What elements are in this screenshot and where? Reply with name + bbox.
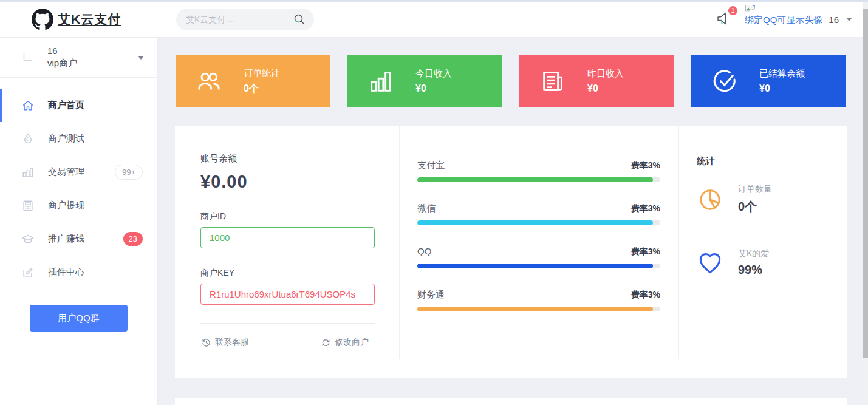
profile-id: 16 [47, 46, 77, 56]
sidebar-item-label: 插件中心 [48, 267, 84, 278]
progress-track [417, 177, 660, 182]
history-clock-icon [202, 338, 211, 347]
heart-icon [697, 250, 723, 276]
users-icon [195, 67, 223, 95]
card-value: ¥0 [587, 83, 624, 94]
notification-badge: 1 [727, 5, 739, 16]
divider [200, 323, 375, 324]
divider [697, 231, 829, 231]
broken-avatar-icon [21, 50, 36, 66]
main-content: 订单统计 0个 今日收入 ¥0 昨日收入 ¥0 [158, 38, 868, 405]
card-value: ¥0 [759, 83, 805, 94]
progress-track [417, 264, 660, 268]
stats-column: 统计 订单数量 0个 艾K的爱 99% [678, 126, 847, 277]
edit-square-icon [21, 266, 35, 279]
search-input[interactable] [186, 15, 283, 24]
bar-chart-icon [21, 166, 35, 179]
card-value: 0个 [244, 83, 280, 95]
account-column: 账号余额 ¥0.00 商户ID 商户KEY 联系客服 修改商户 [175, 126, 399, 348]
sidebar-item-merchant-test[interactable]: 商户测试 [0, 122, 157, 155]
search-bar[interactable] [176, 9, 314, 30]
droplet-icon [21, 132, 35, 146]
graduation-cap-icon [21, 233, 35, 246]
trade-count-badge: 99+ [115, 165, 143, 180]
header: 艾K云支付 1 绑定QQ可显示头像 16 [0, 2, 868, 38]
sidebar: 16 vip商户 商户首页 商户测试 交易管理 99+ [0, 38, 158, 405]
avatar[interactable]: 绑定QQ可显示头像 [745, 4, 822, 26]
card-title: 已结算余额 [759, 68, 805, 80]
user-qq-group-button[interactable]: 用户QQ群 [30, 305, 128, 332]
chevron-down-icon[interactable] [846, 18, 852, 21]
sidebar-item-label: 商户提现 [48, 200, 84, 211]
search-icon[interactable] [292, 12, 307, 27]
stat-love: 艾K的爱 99% [697, 248, 829, 277]
sidebar-item-trade-manage[interactable]: 交易管理 99+ [0, 155, 157, 189]
modify-merchant-link[interactable]: 修改商户 [321, 337, 369, 348]
card-order-stats[interactable]: 订单统计 0个 [176, 55, 330, 107]
merchant-id-field[interactable] [200, 227, 375, 248]
scrollbar-thumb[interactable] [863, 9, 868, 358]
sidebar-profile[interactable]: 16 vip商户 [0, 38, 157, 78]
github-octocat-icon [32, 9, 53, 30]
sidebar-item-merchant-home[interactable]: 商户首页 [0, 89, 157, 122]
newspaper-icon [539, 67, 567, 95]
sidebar-item-promote[interactable]: 推广赚钱 23 [0, 222, 157, 256]
card-today-income[interactable]: 今日收入 ¥0 [347, 55, 502, 107]
rate-alipay: 支付宝 费率3% [417, 160, 660, 182]
contact-support-link[interactable]: 联系客服 [202, 337, 249, 348]
avatar-alt-text: 绑定QQ可显示头像 [745, 15, 822, 26]
broken-image-icon [745, 4, 756, 15]
card-value: ¥0 [415, 83, 452, 94]
logo[interactable]: 艾K云支付 [0, 9, 158, 30]
card-yesterday-income[interactable]: 昨日收入 ¥0 [519, 55, 674, 107]
app-title: 艾K云支付 [58, 11, 121, 28]
stat-order-count: 订单数量 0个 [697, 184, 829, 215]
refresh-icon [321, 338, 330, 347]
balance-value: ¥0.00 [200, 172, 375, 192]
pie-chart-icon [697, 186, 723, 213]
card-title: 订单统计 [244, 67, 280, 79]
sidebar-menu: 商户首页 商户测试 交易管理 99+ 商户提现 推广赚钱 [0, 78, 157, 289]
stats-title: 统计 [697, 155, 829, 167]
rates-column: 支付宝 费率3% 微信 费率3% QQ 费率3% [399, 126, 678, 332]
progress-fill [417, 264, 653, 268]
profile-chevron-down-icon[interactable] [138, 56, 144, 60]
merchant-id-label: 商户ID [200, 211, 375, 222]
sidebar-item-label: 商户首页 [48, 100, 84, 111]
sidebar-item-plugin-center[interactable]: 插件中心 [0, 256, 157, 289]
active-indicator [0, 89, 2, 122]
rate-caiwutong: 财务通 费率3% [417, 289, 660, 311]
promote-count-badge: 23 [123, 232, 143, 246]
sidebar-item-label: 推广赚钱 [48, 233, 84, 245]
check-circle-icon [711, 67, 739, 95]
header-right: 1 绑定QQ可显示头像 16 [715, 2, 852, 37]
balance-label: 账号余额 [200, 153, 375, 165]
profile-role: vip商户 [47, 58, 77, 69]
progress-track [417, 307, 660, 311]
progress-fill [417, 220, 653, 225]
rate-qq: QQ 费率3% [417, 246, 660, 268]
merchant-key-field[interactable] [200, 284, 375, 305]
card-title: 今日收入 [415, 68, 452, 80]
card-settled-balance[interactable]: 已结算余额 ¥0 [691, 55, 846, 107]
progress-fill [417, 307, 653, 311]
stat-cards-row: 订单统计 0个 今日收入 ¥0 昨日收入 ¥0 [176, 55, 846, 107]
sidebar-item-label: 交易管理 [48, 166, 84, 178]
merchant-key-label: 商户KEY [200, 268, 375, 279]
calculator-icon [21, 199, 35, 213]
next-panel-partial [175, 398, 847, 405]
progress-fill [417, 177, 653, 182]
progress-track [417, 220, 660, 225]
notification-horn-icon[interactable]: 1 [715, 10, 731, 29]
header-user-id: 16 [829, 15, 839, 25]
bar-chart-icon [367, 67, 395, 95]
card-title: 昨日收入 [587, 68, 624, 80]
rate-wechat: 微信 费率3% [417, 203, 660, 225]
sidebar-item-withdraw[interactable]: 商户提现 [0, 189, 157, 222]
home-icon [21, 99, 35, 112]
sidebar-item-label: 商户测试 [48, 133, 84, 145]
overview-panel: 账号余额 ¥0.00 商户ID 商户KEY 联系客服 修改商户 [175, 126, 847, 378]
